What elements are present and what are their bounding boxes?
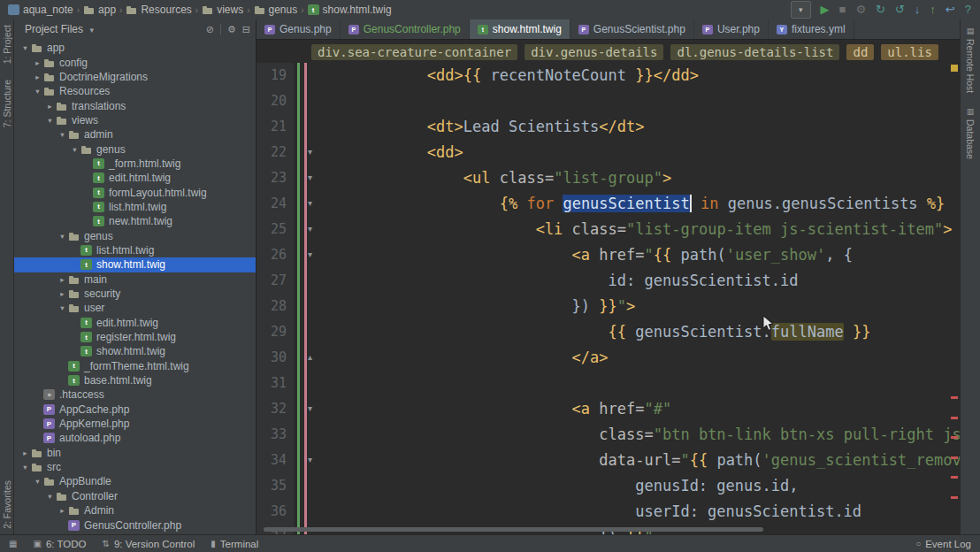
tree-chevron-right-icon[interactable]: ▸: [32, 73, 43, 81]
tree-item-main[interactable]: ▸main: [14, 272, 256, 287]
tree-chevron-right-icon[interactable]: ▸: [57, 506, 68, 515]
fold-chevron-down-icon[interactable]: ▾: [308, 223, 312, 235]
tree-item-controller[interactable]: ▾Controller: [14, 489, 256, 503]
help-button[interactable]: ?: [965, 3, 971, 17]
tree-chevron-right-icon[interactable]: ▸: [57, 289, 68, 298]
tree-item-htaccess[interactable]: ≡.htaccess: [14, 387, 256, 402]
line-number[interactable]: 30: [256, 345, 294, 371]
tree-item-admin[interactable]: ▾admin: [14, 127, 256, 142]
terminal-button[interactable]: ▮Terminal: [211, 539, 258, 549]
line-number[interactable]: 34: [256, 448, 294, 473]
run-config-dropdown[interactable]: ▾: [791, 1, 811, 19]
line-number[interactable]: 21: [256, 114, 294, 140]
line-number[interactable]: 20: [256, 88, 294, 114]
horizontal-scrollbar[interactable]: [264, 527, 763, 532]
toolwindow-switcher[interactable]: ▦: [9, 539, 17, 548]
line-number[interactable]: 23: [256, 165, 294, 191]
tool-button-database[interactable]: ▥Database: [965, 107, 976, 159]
tree-chevron-right-icon[interactable]: ▸: [19, 448, 31, 457]
tree-item-autoload-php[interactable]: Pautoload.php: [14, 431, 256, 445]
line-number[interactable]: 24: [256, 191, 294, 217]
stop-button[interactable]: ■: [839, 3, 846, 17]
tree-item-security[interactable]: ▸security: [14, 287, 256, 301]
line-number[interactable]: 28: [256, 294, 294, 319]
line-number[interactable]: 25: [256, 217, 294, 242]
version-control-button[interactable]: ⇅9: Version Control: [103, 539, 195, 549]
line-number[interactable]: 36: [256, 499, 294, 525]
tree-chevron-down-icon[interactable]: ▾: [32, 87, 43, 96]
settings-gear-icon[interactable]: ⚙: [855, 3, 866, 17]
tree-item-formlayout-html-twig[interactable]: tformLayout.html.twig: [14, 185, 256, 199]
tree-item-genus[interactable]: ▾genus: [14, 228, 256, 242]
nav-item-show-html-twig[interactable]: tshow.html.twig: [305, 3, 394, 17]
tab-genus-php[interactable]: PGenus.php: [256, 19, 341, 39]
filter-icon[interactable]: ⊘: [206, 24, 214, 35]
tree-item-new-html-twig[interactable]: tnew.html.twig: [14, 214, 256, 228]
line-number[interactable]: 27: [256, 268, 294, 294]
tool-button-project[interactable]: 1: Project: [2, 25, 12, 64]
tree-chevron-down-icon[interactable]: ▾: [57, 232, 68, 241]
fold-chevron-down-icon[interactable]: ▾: [308, 146, 312, 158]
fold-chevron-down-icon[interactable]: ▾: [308, 197, 312, 210]
tree-chevron-down-icon[interactable]: ▾: [19, 43, 31, 52]
tree-item-views[interactable]: ▾views: [14, 113, 256, 127]
vcs-revert-button[interactable]: ↩: [946, 3, 955, 17]
tree-item-genuscontroller-php[interactable]: PGenusController.php: [14, 518, 256, 532]
tree-item-formtheme-html-twig[interactable]: t_formTheme.html.twig: [14, 359, 256, 373]
tree-item-form-html-twig[interactable]: t_form.html.twig: [14, 157, 256, 171]
line-number[interactable]: 32: [256, 396, 294, 422]
tree-chevron-right-icon[interactable]: ▸: [57, 275, 68, 284]
tree-item-edit-html-twig[interactable]: tedit.html.twig: [14, 171, 256, 185]
fold-chevron-down-icon[interactable]: ▾: [308, 454, 312, 466]
tree-item-translations[interactable]: ▸translations: [14, 98, 256, 112]
breadcrumb-dd[interactable]: dd: [846, 44, 874, 60]
tree-chevron-down-icon[interactable]: ▾: [19, 463, 31, 472]
editor-scrollbar[interactable]: [949, 63, 960, 534]
breadcrumb-div-sea-creature-container[interactable]: div.sea-creature-container: [311, 44, 517, 60]
project-view-selector[interactable]: Project Files ▾: [25, 23, 94, 35]
tree-item-user[interactable]: ▾user: [14, 301, 256, 315]
vcs-commit-button[interactable]: ↑: [930, 3, 936, 17]
tree-chevron-right-icon[interactable]: ▸: [32, 58, 43, 67]
line-number[interactable]: 33: [256, 422, 294, 448]
line-number[interactable]: 19: [256, 63, 294, 88]
fold-chevron-down-icon[interactable]: ▾: [308, 172, 312, 184]
tab-show-html-twig[interactable]: tshow.html.twig: [470, 19, 570, 39]
tree-item-bin[interactable]: ▸bin: [14, 446, 256, 460]
tree-item-resources[interactable]: ▾Resources: [14, 84, 256, 98]
tree-item-base-html-twig[interactable]: tbase.html.twig: [14, 373, 256, 387]
tree-item-genus[interactable]: ▾genus: [14, 142, 256, 156]
tree-item-list-html-twig[interactable]: tlist.html.twig: [14, 200, 256, 214]
tree-item-doctrinemigrations[interactable]: ▸DoctrineMigrations: [14, 70, 256, 84]
tree-item-appkernel-php[interactable]: PAppKernel.php: [14, 417, 256, 431]
tree-item-show-html-twig[interactable]: tshow.html.twig: [14, 344, 256, 358]
line-number[interactable]: 22: [256, 140, 294, 165]
run-button[interactable]: ▶: [821, 3, 830, 17]
tree-item-show-html-twig[interactable]: tshow.html.twig: [14, 257, 256, 272]
tree-item-admin[interactable]: ▸Admin: [14, 503, 256, 518]
sync-button[interactable]: ↺: [895, 3, 905, 17]
tree-chevron-down-icon[interactable]: ▾: [69, 145, 80, 154]
tree-item-appbundle[interactable]: ▾AppBundle: [14, 474, 256, 488]
tree-chevron-down-icon[interactable]: ▾: [44, 492, 56, 501]
nav-item-app[interactable]: app: [80, 3, 119, 17]
fold-chevron-down-icon[interactable]: ▾: [308, 402, 312, 415]
tree-item-app[interactable]: ▾app: [14, 41, 256, 55]
todo-button[interactable]: ▣6: TODO: [33, 539, 86, 549]
tab-fixtures-yml[interactable]: Yfixtures.yml: [769, 19, 854, 39]
line-number[interactable]: 35: [256, 473, 294, 499]
tool-button-favorites[interactable]: 2: Favorites: [2, 480, 12, 529]
tree-chevron-down-icon[interactable]: ▾: [57, 130, 68, 139]
nav-item-resources[interactable]: Resources: [123, 3, 194, 17]
fold-chevron-down-icon[interactable]: ▾: [308, 249, 312, 261]
tree-item-appcache-php[interactable]: PAppCache.php: [14, 402, 256, 417]
breadcrumb-dl-genus-details-list[interactable]: dl.genus-details-list: [670, 44, 839, 60]
tree-item-config[interactable]: ▸config: [14, 55, 256, 69]
collapse-all-icon[interactable]: ⊟: [242, 24, 250, 35]
fold-chevron-up-icon[interactable]: ▴: [308, 351, 312, 364]
tool-button-structure[interactable]: 7: Structure: [2, 80, 12, 127]
tool-button-remote-host[interactable]: ▤Remote Host: [965, 27, 976, 93]
coverage-button[interactable]: ↻: [876, 3, 885, 17]
tab-user-php[interactable]: PUser.php: [694, 19, 769, 39]
tab-genuscontroller-php[interactable]: PGenusController.php: [341, 19, 470, 39]
